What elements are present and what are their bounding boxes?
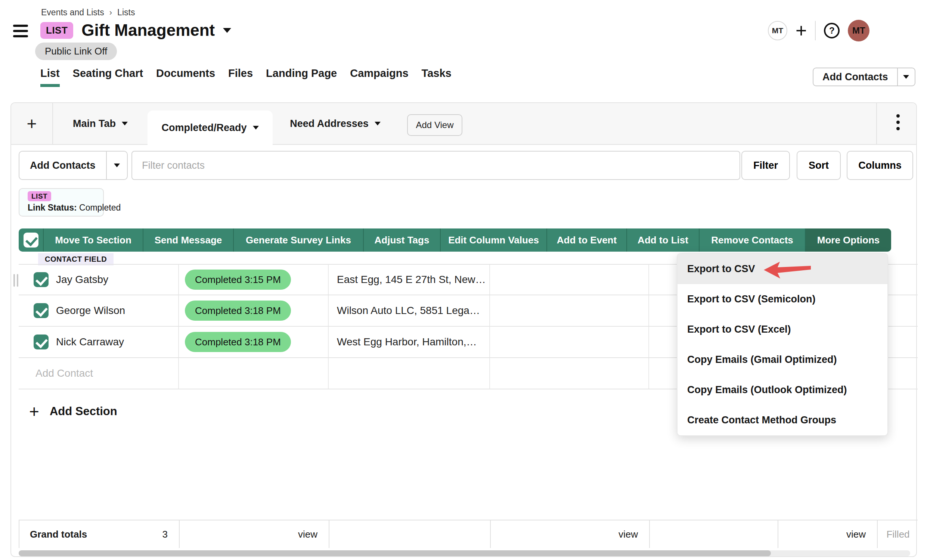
workspace-avatar[interactable]: MT [768, 21, 787, 40]
chip-label-key: Link Status: [27, 203, 77, 212]
add-section-button[interactable]: + Add Section [29, 402, 117, 421]
filter-contacts-input[interactable] [131, 151, 740, 180]
contact-address: West Egg Harbor, Hamilton,… [329, 327, 490, 357]
title-row: LIST Gift Management [40, 21, 231, 39]
empty-cell [490, 327, 649, 357]
add-contacts-dropdown[interactable] [106, 152, 127, 179]
grand-totals-row: Grand totals 3 view view view Filled [19, 520, 918, 548]
add-section-label: Add Section [50, 405, 117, 418]
header-divider [815, 21, 816, 40]
menu-item-copy-emails-gmail[interactable]: Copy Emails (Gmail Optimized) [678, 344, 887, 375]
empty-cell [490, 358, 649, 389]
adjust-tags-button[interactable]: Adjust Tags [364, 229, 441, 252]
breadcrumb-separator-icon: › [109, 8, 112, 18]
strip-divider [876, 103, 877, 144]
select-all-segment [19, 229, 44, 252]
contact-address: Wilson Auto LLC, 5851 Lega… [329, 295, 490, 326]
menu-item-create-contact-method-groups[interactable]: Create Contact Method Groups [678, 405, 887, 435]
empty-cell [330, 521, 491, 548]
contact-name: George Wilson [56, 305, 125, 317]
title-dropdown-caret-icon[interactable] [223, 28, 231, 33]
nav-tab-campaigns[interactable]: Campaigns [350, 67, 408, 87]
send-message-button[interactable]: Send Message [143, 229, 234, 252]
drag-handle-icon[interactable] [14, 274, 18, 287]
empty-cell [650, 521, 778, 548]
select-all-checkbox[interactable] [24, 232, 38, 247]
tab-completed-ready[interactable]: Completed/Ready [147, 111, 273, 145]
header-icons: MT + ? MT [768, 20, 869, 41]
more-options-menu: Export to CSV Export to CSV (Semicolon) … [677, 253, 888, 436]
chip-label-value: Completed [79, 203, 121, 212]
menu-item-export-csv-semicolon[interactable]: Export to CSV (Semicolon) [678, 284, 887, 314]
more-options-button[interactable]: More Options [805, 229, 891, 252]
remove-contacts-button[interactable]: Remove Contacts [699, 229, 805, 252]
totals-view-link[interactable]: view [491, 521, 650, 548]
contact-address: East Egg, 145 E 27th St, New… [329, 265, 490, 294]
generate-survey-links-button[interactable]: Generate Survey Links [234, 229, 364, 252]
tab-main-label: Main Tab [73, 118, 116, 129]
chevron-down-icon [903, 75, 909, 79]
totals-filled-label: Filled [878, 521, 918, 548]
add-contacts-button-header[interactable]: Add Contacts [813, 68, 915, 86]
empty-cell [179, 358, 329, 389]
chip-list-badge: LIST [27, 191, 51, 201]
view-tab-strip: + Main Tab Completed/Ready Need Addresse… [11, 103, 916, 145]
help-icon[interactable]: ? [824, 23, 840, 38]
move-to-section-button[interactable]: Move To Section [44, 229, 143, 252]
chevron-down-icon [114, 164, 120, 167]
status-badge: Completed 3:18 PM [185, 300, 291, 321]
tab-main-tab[interactable]: Main Tab [53, 103, 147, 144]
menu-item-export-csv-excel[interactable]: Export to CSV (Excel) [678, 314, 887, 344]
horizontal-scrollbar-track[interactable] [19, 550, 910, 556]
row-checkbox[interactable] [33, 272, 49, 287]
nav-tab-tasks[interactable]: Tasks [422, 67, 451, 87]
primary-nav: List Seating Chart Documents Files Landi… [40, 67, 451, 87]
contact-name: Nick Carraway [56, 336, 124, 348]
add-contacts-label[interactable]: Add Contacts [20, 152, 106, 179]
status-badge: Completed 3:15 PM [185, 270, 291, 290]
nav-tab-seating-chart[interactable]: Seating Chart [73, 67, 143, 87]
contacts-toolbar: Add Contacts Filter Sort Columns [11, 151, 916, 180]
totals-view-link[interactable]: view [778, 521, 878, 548]
add-contacts-label[interactable]: Add Contacts [813, 68, 897, 85]
more-menu-kebab-icon[interactable] [891, 111, 904, 136]
grand-totals-count: 3 [163, 529, 168, 540]
breadcrumb-events-and-lists[interactable]: Events and Lists [41, 8, 104, 18]
menu-item-export-csv[interactable]: Export to CSV [678, 254, 887, 284]
filter-button[interactable]: Filter [742, 151, 790, 180]
hamburger-menu-icon[interactable] [13, 25, 28, 37]
contact-name: Jay Gatsby [56, 274, 108, 285]
edit-column-values-button[interactable]: Edit Column Values [441, 229, 547, 252]
empty-cell [490, 265, 649, 294]
tab-need-addresses[interactable]: Need Addresses [273, 103, 398, 144]
link-status-filter-chip[interactable]: LIST Link Status: Completed [19, 188, 104, 217]
breadcrumb-lists[interactable]: Lists [117, 8, 135, 18]
nav-tab-files[interactable]: Files [228, 67, 253, 87]
add-tab-button[interactable]: + [11, 103, 53, 144]
row-checkbox[interactable] [33, 303, 49, 318]
chip-label: Link Status: Completed [27, 203, 95, 213]
sort-button[interactable]: Sort [797, 151, 841, 180]
add-contacts-dropdown[interactable] [897, 68, 915, 85]
menu-item-copy-emails-outlook[interactable]: Copy Emails (Outlook Optimized) [678, 375, 887, 405]
tab-completed-label: Completed/Ready [161, 122, 246, 134]
add-new-icon[interactable]: + [796, 21, 807, 40]
nav-tab-documents[interactable]: Documents [156, 67, 215, 87]
page-title: Gift Management [81, 21, 215, 39]
add-to-event-button[interactable]: Add to Event [547, 229, 627, 252]
public-link-status-pill[interactable]: Public Link Off [35, 42, 117, 60]
totals-view-link[interactable]: view [180, 521, 330, 548]
horizontal-scrollbar-thumb[interactable] [19, 550, 771, 556]
status-badge: Completed 3:18 PM [185, 332, 291, 352]
nav-tab-landing-page[interactable]: Landing Page [266, 67, 337, 87]
add-contact-placeholder[interactable]: Add Contact [19, 358, 179, 389]
add-contacts-button-toolbar[interactable]: Add Contacts [19, 151, 128, 180]
add-to-list-button[interactable]: Add to List [627, 229, 699, 252]
row-checkbox[interactable] [33, 334, 49, 349]
add-view-button[interactable]: Add View [407, 114, 462, 136]
user-avatar[interactable]: MT [848, 20, 869, 41]
list-type-badge: LIST [40, 22, 73, 39]
empty-cell [490, 295, 649, 326]
nav-tab-list[interactable]: List [40, 67, 60, 87]
columns-button[interactable]: Columns [847, 151, 913, 180]
